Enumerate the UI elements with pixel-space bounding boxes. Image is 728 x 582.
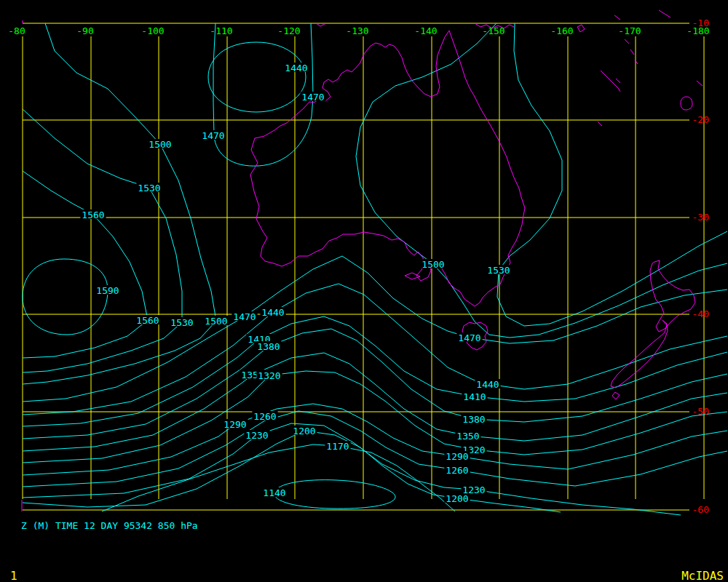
latitude-label--10: -10 <box>692 17 709 28</box>
longitude-label--170: -170 <box>618 25 641 36</box>
contour-label-1500-18-0: 1500 <box>422 259 444 270</box>
longitude-label--160: -160 <box>550 25 573 36</box>
longitude-label--120: -120 <box>277 25 300 36</box>
latitude-label--30: -30 <box>692 212 709 223</box>
latitude-label--40: -40 <box>692 308 709 319</box>
contour-label-1440-7-1: 1440 <box>476 379 499 390</box>
contour-label-1260-13-0: 1260 <box>253 411 276 422</box>
longitude-label--100: -100 <box>141 25 164 36</box>
contour-label-1290-12-0: 1290 <box>223 419 246 430</box>
contour-label-1500-2-0: 1500 <box>149 139 171 150</box>
contour-label-1530-3-0: 1530 <box>138 183 160 194</box>
contour-label-1470-1-1: 1470 <box>301 92 324 103</box>
contour-label-1500-2-1: 1500 <box>205 316 227 327</box>
contour-label-1590-5-0: 1590 <box>96 285 119 296</box>
contour-label-1320-11-0: 1320 <box>258 370 280 381</box>
contour-label-1410-8-1: 1410 <box>463 391 486 402</box>
contour-label-1440-7-0: 1440 <box>261 307 284 318</box>
contour-label-1470-6-0: 1470 <box>233 311 256 322</box>
longitude-label--150: -150 <box>482 25 505 36</box>
contour-label-1560-4-0: 1560 <box>82 210 104 220</box>
frame-number: 1 <box>10 569 17 582</box>
latitude-label--50: -50 <box>692 406 709 417</box>
contour-label-1350-10-1: 1350 <box>456 431 479 442</box>
contour-label-1230-14-0: 1230 <box>245 430 268 441</box>
contour-label-1380-9-0: 1380 <box>257 341 280 352</box>
map-canvas[interactable]: 1440147014701500150015301530156015601590… <box>0 0 728 582</box>
latitude-label--20: -20 <box>692 114 709 125</box>
longitude-label--110: -110 <box>210 25 232 36</box>
longitude-label--130: -130 <box>346 25 368 36</box>
contour-label-1440-0-0: 1440 <box>285 63 307 73</box>
longitude-label--140: -140 <box>414 25 437 36</box>
mcidas-display: 1440147014701500150015301530156015601590… <box>0 0 728 582</box>
status-bar-text: Z (M) TIME 12 DAY 95342 850 hPa <box>21 520 198 531</box>
contour-label-1200-15-0: 1200 <box>293 426 315 436</box>
contour-label-1260-13-1: 1260 <box>446 465 468 476</box>
contour-label-1530-19-0: 1530 <box>487 265 510 276</box>
contour-label-1170-16-0: 1170 <box>326 441 349 452</box>
contour-label-1560-4-1: 1560 <box>136 315 159 326</box>
longitude-label--80: -80 <box>8 25 25 36</box>
mcidas-brand: McIDAS <box>681 569 724 582</box>
contour-label-1470-6-1: 1470 <box>458 332 480 343</box>
contour-label-1470-1-0: 1470 <box>202 130 224 141</box>
contour-label-1530-3-1: 1530 <box>170 317 193 328</box>
latitude-label--60: -60 <box>692 504 709 515</box>
contour-label-1200-15-1: 1200 <box>446 493 468 504</box>
contour-label-1290-12-1: 1290 <box>446 451 468 462</box>
contour-label-1140-17-0: 1140 <box>263 487 285 498</box>
longitude-label--90: -90 <box>76 25 93 36</box>
contour-label-1380-9-1: 1380 <box>462 414 485 425</box>
